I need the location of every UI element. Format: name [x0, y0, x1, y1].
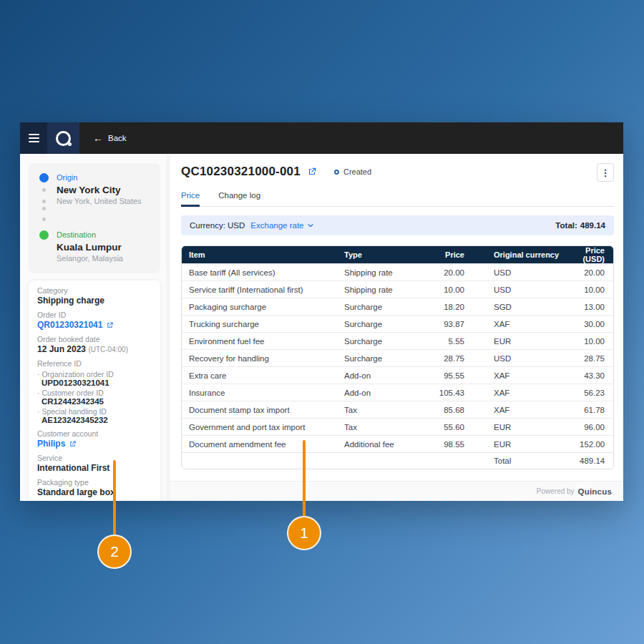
route-dot-icon — [34, 200, 53, 203]
table-row[interactable]: Recovery for handling Surcharge 28.75 US… — [182, 349, 613, 366]
tab-change-log[interactable]: Change log — [218, 191, 260, 206]
cell-price-usd: 152.00 — [580, 440, 613, 449]
customer-account-link[interactable]: Philips — [37, 439, 77, 449]
table-total-row: Total 489.14 — [182, 452, 613, 469]
cell-item: Document stamp tax import — [182, 406, 344, 414]
total-value: 489.14 — [580, 221, 605, 230]
cell-original-currency: XAF — [494, 371, 580, 380]
app-window: ← Back Origin New York City — [20, 122, 623, 501]
cell-original-currency: USD — [494, 286, 580, 294]
order-id-link[interactable]: QR01230321041 — [37, 320, 114, 331]
screenshot-stage: ← Back Origin New York City — [0, 0, 644, 644]
cell-price: 55.60 — [429, 423, 494, 431]
cell-price: 28.75 — [429, 354, 494, 363]
customer-order-id-label: Customer order ID — [37, 389, 152, 397]
cell-type: Tax — [344, 423, 429, 431]
packaging-type-value: Standard large box — [37, 487, 152, 498]
table-row[interactable]: Document stamp tax import Tax 85.68 XAF … — [182, 401, 613, 418]
cell-type: Surcharge — [344, 354, 429, 363]
table-row[interactable]: Base tariff (All services) Shipping rate… — [182, 263, 613, 280]
cell-type: Shipping rate — [344, 268, 429, 277]
table-row[interactable]: Trucking surcharge Surcharge 93.87 XAF 3… — [182, 315, 613, 332]
exchange-rate-dropdown[interactable]: Exchange rate — [250, 221, 313, 230]
quote-external-link[interactable] — [307, 167, 317, 177]
route-dot-icon — [34, 207, 53, 218]
column-header-price-usd: Price (USD) — [580, 246, 613, 263]
quincus-logo-button[interactable] — [47, 122, 79, 154]
column-header-type: Type — [344, 250, 429, 259]
destination-city: Kuala Lumpur — [57, 241, 155, 253]
chevron-down-icon — [307, 222, 314, 229]
organization-order-id-label: Organization order ID — [37, 370, 152, 379]
external-link-icon — [307, 167, 317, 177]
cell-price-usd: 10.00 — [580, 286, 613, 294]
order-id-label: Order ID — [37, 311, 152, 320]
window-body: Origin New York City New York, United St… — [20, 154, 623, 501]
cell-type: Additional fee — [344, 440, 429, 449]
cell-original-currency: EUR — [494, 337, 580, 346]
packaging-type-label: Packaging type — [37, 478, 152, 487]
cell-type: Add-on — [344, 389, 429, 397]
origin-city: New York City — [57, 184, 155, 196]
destination-dot-icon — [34, 230, 53, 240]
shipment-details-card: Category Shipping charge Order ID QR0123… — [29, 280, 160, 501]
order-booked-value: 12 Jun 2023 (UTC-04:00) — [37, 344, 152, 355]
currency-bar: Currency: USD Exchange rate Total: 489.1… — [181, 215, 614, 235]
powered-by-text: Powered by — [537, 487, 575, 495]
cell-item: Packaging surcharge — [182, 303, 344, 311]
back-button[interactable]: ← Back — [93, 122, 127, 154]
table-row[interactable]: Document amendment fee Additional fee 98… — [182, 435, 613, 452]
tab-bar: Price Change log — [181, 191, 614, 207]
destination-label: Destination — [57, 228, 155, 241]
cell-price: 10.00 — [429, 286, 494, 294]
table-row[interactable]: Extra care Add-on 95.55 XAF 43.30 — [182, 366, 613, 384]
cell-price-usd: 13.00 — [580, 303, 613, 311]
external-link-icon — [69, 440, 77, 448]
table-row[interactable]: Environment fuel fee Surcharge 5.55 EUR … — [182, 332, 613, 349]
cell-price: 98.55 — [429, 440, 494, 449]
total-row-label: Total — [494, 457, 580, 465]
cell-item: Insurance — [182, 389, 344, 397]
external-link-icon — [106, 321, 114, 329]
cell-type: Shipping rate — [344, 286, 429, 294]
table-row[interactable]: Insurance Add-on 105.43 XAF 56.23 — [182, 384, 613, 401]
cell-original-currency: SGD — [494, 303, 580, 311]
kebab-icon: ⋮ — [601, 167, 610, 178]
table-row[interactable]: Service tariff (International first) Shi… — [182, 280, 613, 298]
special-handling-id-value: AE123242345232 — [42, 416, 152, 425]
top-bar: ← Back — [20, 122, 623, 154]
cell-original-currency: USD — [494, 354, 580, 363]
cell-type: Tax — [344, 406, 429, 414]
column-header-item: Item — [182, 250, 344, 259]
table-row[interactable]: Government and port tax import Tax 55.60… — [182, 418, 613, 435]
cell-price: 20.00 — [429, 268, 494, 277]
cell-original-currency: XAF — [494, 406, 580, 414]
category-label: Category — [37, 286, 152, 296]
cell-price-usd: 28.75 — [580, 354, 613, 363]
cell-price: 93.87 — [429, 320, 494, 328]
organization-order-id-value: UPD01230321041 — [42, 379, 152, 388]
cell-type: Add-on — [344, 371, 429, 380]
customer-account-label: Customer account — [37, 429, 152, 439]
cell-item: Service tariff (International first) — [182, 286, 344, 294]
hamburger-icon — [29, 134, 39, 142]
cell-price: 18.20 — [429, 303, 494, 311]
sidebar: Origin New York City New York, United St… — [20, 154, 166, 501]
quincus-q-logo-icon — [56, 131, 71, 146]
callout-marker-2: 2 — [97, 535, 132, 569]
table-row[interactable]: Packaging surcharge Surcharge 18.20 SGD … — [182, 298, 613, 315]
menu-button[interactable] — [20, 122, 47, 154]
column-header-price: Price — [429, 250, 494, 259]
cell-price-usd: 43.30 — [580, 371, 613, 380]
category-value: Shipping charge — [37, 296, 152, 306]
cell-original-currency: EUR — [494, 423, 580, 431]
cell-price: 5.55 — [429, 337, 494, 346]
order-booked-timezone: (UTC-04:00) — [88, 346, 128, 353]
cell-price-usd: 56.23 — [580, 389, 613, 397]
tab-price[interactable]: Price — [181, 191, 200, 206]
more-actions-button[interactable]: ⋮ — [597, 163, 614, 182]
page-title: QC10230321000-001 — [181, 165, 301, 179]
total-row-value: 489.14 — [580, 457, 613, 465]
cell-original-currency: XAF — [494, 320, 580, 328]
order-booked-label: Order booked date — [37, 335, 152, 344]
